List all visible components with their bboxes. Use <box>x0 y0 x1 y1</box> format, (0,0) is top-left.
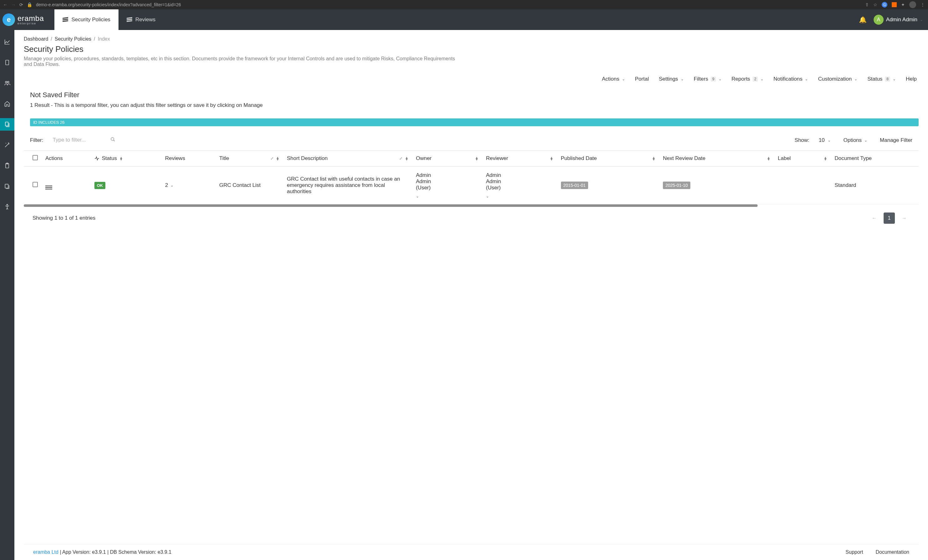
col-status[interactable]: Status ▲▼ <box>91 151 161 167</box>
col-title[interactable]: Title ⤢ ▲▼ <box>215 151 283 167</box>
brand-sub: enterprise <box>17 22 44 25</box>
col-owner[interactable]: Owner▲▼ <box>412 151 482 167</box>
svg-point-8 <box>111 137 114 140</box>
browser-url[interactable]: demo-e.eramba.org/security-policies/inde… <box>36 2 861 7</box>
sort-icon: ▲▼ <box>119 157 123 160</box>
home-icon <box>4 100 10 107</box>
reports-count: 2 <box>752 76 758 82</box>
page-next[interactable]: → <box>899 213 910 224</box>
horizontal-scrollbar[interactable] <box>24 204 758 207</box>
layers-icon <box>63 17 68 22</box>
row-checkbox[interactable] <box>32 182 38 187</box>
extension-square-icon[interactable] <box>892 2 897 7</box>
filter-label: Filter: <box>30 137 43 143</box>
reports-menu[interactable]: Reports2⌄ <box>732 76 763 82</box>
owner-cell[interactable]: Admin Admin (User) ⌄ <box>416 172 478 198</box>
help-link[interactable]: Help <box>906 76 917 82</box>
select-all-checkbox[interactable] <box>32 155 38 160</box>
footer: eramba Ltd | App Version: e3.9.1 | DB Sc… <box>24 544 919 560</box>
browser-forward-icon[interactable]: → <box>11 2 16 7</box>
tab-security-policies[interactable]: Security Policies <box>54 9 119 30</box>
customization-menu[interactable]: Customization⌄ <box>818 76 857 82</box>
sidebar-item-docs[interactable] <box>0 56 14 69</box>
filter-input[interactable] <box>53 135 115 145</box>
breadcrumb-dashboard[interactable]: Dashboard <box>24 36 48 42</box>
user-menu[interactable]: A Admin Admin ⌄ <box>874 15 923 25</box>
filter-result-text: 1 Result - This is a temporal filter, yo… <box>24 102 919 108</box>
notifications-menu[interactable]: Notifications⌄ <box>774 76 808 82</box>
pagination: Showing 1 to 1 of 1 entries ← 1 → <box>24 207 919 229</box>
breadcrumb-sep: / <box>94 36 95 42</box>
sidebar-item-users[interactable] <box>0 77 14 89</box>
sort-icon: ▲▼ <box>276 157 279 160</box>
row-actions-menu[interactable] <box>45 186 52 189</box>
sidebar-item-copy[interactable] <box>0 180 14 193</box>
chart-line-icon <box>4 39 10 45</box>
svg-rect-0 <box>6 60 9 65</box>
filters-menu[interactable]: Filters9⌄ <box>694 76 722 82</box>
footer-documentation[interactable]: Documentation <box>876 549 909 555</box>
col-label[interactable]: Label▲▼ <box>774 151 831 167</box>
actions-menu[interactable]: Actions⌄ <box>602 76 625 82</box>
col-short-desc[interactable]: Short Description ⤢ ▲▼ <box>283 151 412 167</box>
sidebar-item-dashboard[interactable] <box>0 36 14 48</box>
chevron-down-icon: ⌄ <box>681 77 684 81</box>
col-doc-type: Document Type <box>831 151 919 167</box>
col-published[interactable]: Published Date▲▼ <box>557 151 659 167</box>
person-icon <box>4 204 10 210</box>
main-content: Dashboard / Security Policies / Index Se… <box>14 30 928 560</box>
page-current[interactable]: 1 <box>884 213 895 224</box>
sidebar-item-clipboard[interactable] <box>0 159 14 172</box>
breadcrumb-security-policies[interactable]: Security Policies <box>55 36 91 42</box>
chevron-down-icon: ⌄ <box>170 183 174 187</box>
expand-icon[interactable]: ⤢ <box>270 157 273 159</box>
expand-icon[interactable]: ⤢ <box>399 157 402 159</box>
browser-profile-avatar[interactable] <box>909 1 916 8</box>
wand-icon <box>4 142 10 148</box>
show-select[interactable]: Show: 10 ⌄ <box>795 137 831 143</box>
svg-point-2 <box>8 81 9 83</box>
settings-menu[interactable]: Settings⌄ <box>659 76 684 82</box>
extensions-puzzle-icon[interactable]: ✦ <box>901 2 905 7</box>
options-menu[interactable]: Options⌄ <box>843 137 867 143</box>
data-table: Actions Status ▲▼ Reviews Title <box>24 150 919 207</box>
clipboard-icon <box>4 163 10 169</box>
bell-icon[interactable]: 🔔 <box>859 16 867 23</box>
portal-link[interactable]: Portal <box>635 76 649 82</box>
chevron-down-icon: ⌄ <box>719 77 722 81</box>
svg-point-1 <box>5 81 7 83</box>
share-icon[interactable]: ⇧ <box>865 2 869 7</box>
reviewer-cell[interactable]: Admin Admin (User) ⌄ <box>486 172 553 198</box>
browser-menu-icon[interactable]: ⋮ <box>920 2 925 7</box>
sidebar-item-accessibility[interactable] <box>0 201 14 213</box>
sidebar-item-home[interactable] <box>0 97 14 110</box>
footer-support[interactable]: Support <box>846 549 863 555</box>
extension-dot-icon[interactable]: G <box>882 2 887 8</box>
page-prev[interactable]: ← <box>868 213 880 224</box>
breadcrumb: Dashboard / Security Policies / Index <box>24 36 919 42</box>
footer-company-link[interactable]: eramba Ltd <box>33 549 58 555</box>
col-reviews: Reviews <box>161 151 215 167</box>
sidebar-item-policies[interactable] <box>0 118 14 131</box>
col-next-review[interactable]: Next Review Date▲▼ <box>659 151 774 167</box>
reviews-cell[interactable]: 2 ⌄ <box>165 182 212 189</box>
status-menu[interactable]: Status8⌄ <box>867 76 896 82</box>
chevron-down-icon: ⌄ <box>416 194 419 198</box>
tab-reviews[interactable]: Reviews <box>119 9 163 30</box>
browser-reload-icon[interactable]: ⟳ <box>19 2 23 7</box>
page-description: Manage your policies, procedures, standa… <box>24 56 461 67</box>
logo[interactable]: e eramba enterprise <box>0 14 50 26</box>
chevron-down-icon: ⌄ <box>760 77 763 81</box>
search-icon[interactable] <box>110 137 115 143</box>
page-toolbar: Actions⌄ Portal Settings⌄ Filters9⌄ Repo… <box>24 76 919 82</box>
sidebar-item-magic[interactable] <box>0 139 14 151</box>
browser-back-icon[interactable]: ← <box>3 2 8 7</box>
col-reviewer[interactable]: Reviewer▲▼ <box>482 151 557 167</box>
sort-icon: ▲▼ <box>767 157 771 160</box>
star-icon[interactable]: ☆ <box>873 2 878 7</box>
chevron-down-icon: ⌄ <box>864 138 867 143</box>
filter-chip[interactable]: ID INCLUDES 26 <box>30 119 919 126</box>
doc-type-cell: Standard <box>831 167 919 204</box>
manage-filter-link[interactable]: Manage Filter <box>880 137 912 143</box>
sort-icon: ▲▼ <box>652 157 655 160</box>
